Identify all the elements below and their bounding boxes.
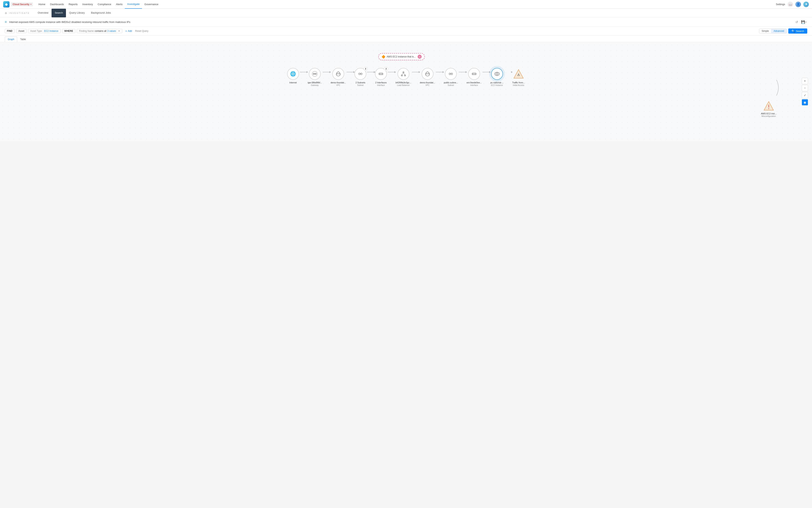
where-chip[interactable]: WHERE — [62, 29, 76, 33]
simple-btn[interactable]: Simple — [759, 29, 771, 33]
ec2-node[interactable] — [491, 68, 503, 80]
arrow-line-4 — [388, 72, 395, 72]
tab-overview[interactable]: Overview — [35, 9, 51, 17]
interfaces-badge: 2 — [384, 67, 388, 71]
asset-type-colon: : — [43, 30, 43, 32]
node-subnet2[interactable]: public-subne... Subnet — [444, 68, 458, 86]
eni-node[interactable] — [468, 68, 480, 80]
svg-line-14 — [402, 73, 403, 75]
filter-bar: FIND Asset Asset Type : EC2 Instance WHE… — [0, 27, 812, 35]
vpc1-node[interactable] — [332, 68, 344, 80]
asset-type-chip[interactable]: Asset Type : EC2 Instance — [28, 29, 61, 33]
node-internet[interactable]: 🌐 Internet — [287, 68, 299, 84]
asset-chip[interactable]: Asset — [16, 29, 27, 33]
assistant-btn[interactable]: ✦ — [803, 2, 809, 7]
nav-home[interactable]: Home — [36, 0, 48, 9]
product-name: Cloud Security — [13, 3, 30, 6]
arrow-8 — [482, 72, 490, 72]
arrow-1 — [322, 72, 330, 72]
graph-canvas[interactable]: 🔶 AWS EC2 instance that is... 11 🌐 Inter… — [0, 42, 812, 141]
node-vpc1[interactable]: demo-foundat... VPC — [330, 68, 346, 86]
ec2-label: pc-national-... — [490, 81, 503, 84]
tab-background-jobs[interactable]: Background Jobs — [88, 9, 114, 17]
vpc1-icon — [335, 71, 341, 77]
traffic-node[interactable]: ⚠ — [513, 68, 525, 80]
book-icon: 📖 — [789, 3, 792, 6]
ec2-bubble-count: 11 — [418, 55, 421, 59]
user-avatar[interactable]: 👤 — [796, 2, 801, 7]
finding-name-chip[interactable]: Finding Name contains all 3 values ✕ — [77, 29, 122, 33]
subnets-icon — [358, 71, 363, 77]
vpc2-icon — [425, 71, 430, 77]
node-eni[interactable]: eni-0eede0ee... Interface — [467, 68, 482, 86]
node-interfaces[interactable]: 2 2 Interfaces Interface — [375, 68, 387, 86]
nav-governance[interactable]: Governance — [142, 0, 161, 9]
arrow-line-3 — [367, 72, 374, 72]
node-gateway[interactable]: igw-08bd9fbf... Gateway — [308, 68, 322, 86]
undo-btn[interactable]: ↺ — [795, 19, 799, 25]
save-btn[interactable]: 💾▾ — [800, 19, 807, 25]
nav-investigate[interactable]: Investigate — [125, 0, 142, 9]
zoom-in-btn[interactable]: + — [802, 78, 808, 84]
close-icon[interactable]: ✕ — [118, 30, 120, 32]
svg-point-17 — [451, 73, 453, 75]
nav-compliance[interactable]: Compliance — [95, 0, 114, 9]
interfaces-node[interactable]: 2 — [375, 68, 387, 80]
sub-header: ⊕ INVESTIGATE Overview Search Query Libr… — [0, 9, 812, 17]
reset-query-btn[interactable]: Reset Query — [135, 30, 148, 32]
table-tab[interactable]: Table — [17, 37, 29, 42]
query-actions: ↺ 💾▾ — [795, 19, 807, 25]
subnet2-node[interactable] — [445, 68, 457, 80]
nav-dashboards[interactable]: Dashboards — [48, 0, 66, 9]
book-icon-btn[interactable]: 📖 — [787, 2, 793, 7]
tab-search[interactable]: Search — [51, 9, 66, 17]
misconfig-node[interactable] — [763, 100, 774, 111]
product-arrow: ▾ — [31, 3, 31, 5]
arrow-7 — [458, 72, 467, 72]
nav-alerts[interactable]: Alerts — [114, 0, 125, 9]
svg-point-5 — [361, 73, 362, 75]
flow-nodes: 🌐 Internet igw-08bd9fbf... Gateway demo-… — [287, 68, 525, 86]
misconfig-wrapper[interactable]: AWS EC2 inst... Misconfiguration — [761, 100, 776, 117]
nav-reports[interactable]: Reports — [66, 0, 80, 9]
zoom-out-btn[interactable]: − — [802, 85, 808, 91]
search-btn-label: Search — [796, 30, 804, 33]
internet-node[interactable]: 🌐 — [287, 68, 299, 80]
ec2-bubble[interactable]: 🔶 AWS EC2 instance that is... 11 — [378, 53, 425, 60]
node-ec2[interactable]: pc-national-... EC2 Instance — [490, 68, 503, 86]
find-label: FIND — [7, 30, 12, 32]
advanced-btn[interactable]: Advanced — [771, 29, 786, 33]
globe-btn[interactable]: ◉ — [802, 99, 808, 105]
graph-tab[interactable]: Graph — [5, 37, 17, 42]
vpc2-node[interactable] — [421, 68, 434, 80]
finding-name-label: Finding Name — [79, 30, 94, 32]
investigate-title: INVESTIGATE — [9, 12, 30, 14]
arrow-5 — [411, 72, 420, 72]
settings-link[interactable]: Settings — [776, 3, 785, 6]
subnets-sublabel: Subnet — [357, 84, 364, 86]
search-button[interactable]: 🔍 Search — [788, 29, 807, 34]
sub-tabs: Overview Search Query Library Background… — [35, 9, 114, 17]
nav-inventory[interactable]: Inventory — [80, 0, 95, 9]
view-toggle: Simple Advanced — [759, 29, 787, 33]
gateway-node[interactable] — [309, 68, 321, 80]
search-btn-icon: 🔍 — [792, 30, 795, 33]
arrow-line-0 — [300, 72, 307, 72]
add-btn[interactable]: + Add — [124, 29, 134, 33]
node-traffic[interactable]: ⚠ Traffic from... Initial Access — [512, 68, 525, 86]
subnets-badge: 2 — [364, 67, 367, 71]
subnets-node[interactable]: 2 — [355, 68, 366, 80]
node-subnets[interactable]: 2 2 Subnets Subnet — [355, 68, 366, 86]
node-vpc2[interactable]: demo-foundat... VPC — [420, 68, 435, 86]
find-chip[interactable]: FIND — [5, 29, 15, 33]
interfaces-sublabel: Interface — [377, 84, 385, 86]
app-logo[interactable]: ◈ — [3, 1, 9, 7]
lb-node[interactable] — [398, 68, 409, 80]
tab-query-library[interactable]: Query Library — [66, 9, 88, 17]
subnet2-label: public-subne... — [444, 81, 458, 84]
sub-search-icon: ⊕ — [5, 11, 7, 15]
vpc2-label: demo-foundat... — [420, 81, 435, 84]
fit-btn[interactable]: ⤢ — [802, 92, 808, 98]
node-lb[interactable]: b4299fa3e3gc... Load Balancer — [396, 68, 411, 86]
product-selector[interactable]: Cloud Security ▾ — [11, 2, 33, 6]
